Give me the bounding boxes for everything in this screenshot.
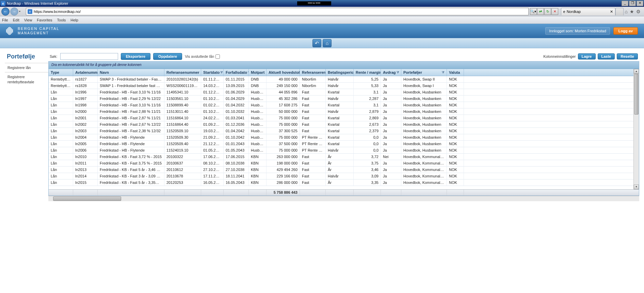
table-row[interactable]: Lånln2001Fredrikstad - HB - Fast 2,87 % …	[49, 115, 639, 121]
cell: 17.11.2011	[201, 173, 224, 179]
cell: Lån	[49, 115, 73, 121]
cell: 3,72	[354, 154, 381, 160]
cell: Fast	[300, 173, 326, 179]
sidebar-item-1[interactable]: Registrere rentebytteavtale	[5, 72, 48, 86]
table-row[interactable]: Lånln2015Fredrikstad - KB - Fast 5 år - …	[49, 179, 639, 186]
table-row[interactable]: Lånln2013Fredrikstad - KB - Fast 5 år - …	[49, 167, 639, 173]
menu-help[interactable]: Help	[70, 18, 78, 22]
cell: 19.03.2012	[201, 128, 224, 134]
column-header-0[interactable]: Type	[49, 69, 73, 76]
export-button[interactable]: Eksportere	[121, 53, 150, 60]
scroll-thumb[interactable]	[634, 74, 639, 115]
column-header-12[interactable]: Porteføljer⧩	[401, 69, 447, 76]
home-nav-button[interactable]: ⌂	[323, 39, 332, 47]
table-row[interactable]: Lånln2004Fredrikstad - HB - Flytende1152…	[49, 134, 639, 141]
table-row[interactable]: Lånln2005Fredrikstad - HB - Flytende1152…	[49, 141, 639, 147]
logout-button[interactable]: Logg av	[613, 27, 638, 35]
restore-button[interactable]: ❐	[629, 1, 636, 6]
column-header-7[interactable]: Aktuell hovedstol⧩	[267, 69, 300, 76]
cell: Fredrikstad - HB - Fast 2,67 % 12/22	[98, 121, 164, 127]
menu-view[interactable]: View	[24, 18, 32, 22]
table-row[interactable]: Lånln1996Fredrikstad - HB - Fast 3,10 % …	[49, 89, 639, 96]
cell: Lån	[49, 89, 73, 95]
menu-favorites[interactable]: Favorites	[37, 18, 52, 22]
search-input[interactable]	[60, 53, 118, 60]
cell: 11520509.30	[164, 134, 201, 140]
column-header-5[interactable]: Forfallsdato⧩	[224, 69, 249, 76]
update-button[interactable]: Oppdatere	[153, 53, 182, 60]
column-header-1[interactable]: Avtalenummer	[73, 69, 98, 76]
group-panel[interactable]: Dra en kolonnerubrikk hit for å gruppere…	[49, 62, 639, 69]
table-row[interactable]: Lånln2002Fredrikstad - HB - Fast 2,67 % …	[49, 121, 639, 128]
table-row[interactable]: Lånln2000Fredrikstad - HB - Fast 2,88 % …	[49, 108, 639, 115]
show-closed-checkbox[interactable]	[215, 54, 220, 59]
filter-icon[interactable]: ⧩	[220, 71, 223, 74]
column-header-3[interactable]: Referansenummer	[164, 69, 201, 76]
table-row[interactable]: Rentebytteavtalers1827SWAP 3 - Fredrikst…	[49, 76, 639, 83]
scroll-up-arrow[interactable]: ▲	[634, 69, 639, 74]
column-header-4[interactable]: Startdato⧩	[201, 69, 224, 76]
table-row[interactable]: Lånln2014Fredrikstad - KB - Fast 3 år - …	[49, 173, 639, 179]
new-tab-button[interactable]	[615, 8, 624, 15]
menu-tools[interactable]: Tools	[57, 18, 66, 22]
footer-cell	[224, 190, 249, 195]
sidebar-item-0[interactable]: Registrere lån	[5, 63, 48, 72]
cell: 20100637	[164, 160, 201, 166]
home-icon[interactable]: ⌂	[625, 9, 628, 14]
column-header-8[interactable]: Referanserente	[300, 69, 326, 76]
back-nav-button[interactable]: ↶	[312, 39, 321, 47]
menu-edit[interactable]: Edit	[13, 18, 19, 22]
load-button[interactable]: Laste	[598, 53, 615, 59]
minimize-button[interactable]: _	[622, 1, 628, 6]
cell: 44 055 896	[267, 89, 300, 95]
column-header-6[interactable]: Motpart	[249, 69, 267, 76]
cell: KBN	[249, 179, 267, 186]
column-header-10[interactable]: Rente / margin⧩	[354, 69, 381, 76]
forward-button[interactable]: →	[10, 7, 18, 16]
cell: Ja	[381, 141, 401, 147]
scroll-down-arrow[interactable]: ▼	[634, 185, 639, 189]
back-button[interactable]: ←	[1, 7, 10, 16]
horizontal-scrollbar[interactable]	[48, 196, 639, 201]
vertical-scrollbar[interactable]: ▲ ▼	[633, 69, 639, 189]
save-button[interactable]: Lagre	[578, 53, 596, 59]
table-row[interactable]: Lånln2011Fredrikstad - KB - Fast 3,75 % …	[49, 160, 639, 167]
compat-button[interactable]: ⇄	[537, 8, 544, 15]
table-row[interactable]: Lånln2006Fredrikstad - HB - Flytende1152…	[49, 147, 639, 154]
footer-cell	[164, 190, 201, 195]
refresh-button[interactable]: ↻	[544, 8, 551, 15]
browser-tab[interactable]: e Nordkap ✕	[561, 8, 615, 15]
cell: 2,879	[354, 108, 381, 115]
close-window-button[interactable]: ✕	[637, 1, 643, 6]
table-row[interactable]: Lånln1997Fredrikstad - HB - Fast 2,29 % …	[49, 96, 639, 102]
cell: Fast	[300, 128, 326, 134]
reset-button[interactable]: Resette	[617, 53, 638, 59]
column-header-13[interactable]: Valuta	[447, 69, 464, 76]
menu-file[interactable]: File	[2, 18, 8, 22]
column-header-2[interactable]: Navn	[98, 69, 164, 76]
stop-button[interactable]: ✕	[551, 8, 558, 15]
nav-dropdown[interactable]: ▾	[19, 10, 25, 13]
address-bar[interactable]: e	[26, 8, 529, 15]
table-row[interactable]: Lånln2003Fredrikstad - HB - Fast 2,38 % …	[49, 128, 639, 134]
cell: Lån	[49, 179, 73, 186]
cell: NOK	[447, 115, 464, 121]
hscroll-thumb[interactable]	[53, 196, 121, 201]
favorites-icon[interactable]: ★	[630, 9, 634, 14]
table-row[interactable]: Lånln2010Fredrikstad - KB - Fast 3,72 % …	[49, 154, 639, 160]
table-row[interactable]: Lånln1998Fredrikstad - HB - Fast 3,10 % …	[49, 102, 639, 108]
tools-icon[interactable]: ⚙	[636, 9, 641, 14]
filter-icon[interactable]: ⧩	[397, 71, 399, 74]
cell: Kvartal	[326, 128, 354, 134]
cell: Halvår	[326, 96, 354, 102]
column-header-11[interactable]: Avdrag⧩	[381, 69, 401, 76]
cell: Ja	[381, 128, 401, 134]
column-header-9[interactable]: Betalingsperioder	[326, 69, 354, 76]
table-row[interactable]: Rentebytteavtalers1828SWAP 1 - Fredrikst…	[49, 83, 639, 89]
tab-close-icon[interactable]: ✕	[610, 10, 613, 14]
search-dropdown[interactable]: 🔍▾	[530, 8, 537, 15]
filter-icon[interactable]: ⧩	[442, 71, 445, 74]
cell: Ja	[381, 134, 401, 140]
url-input[interactable]	[34, 10, 527, 14]
cell: Husbanken	[249, 115, 267, 121]
